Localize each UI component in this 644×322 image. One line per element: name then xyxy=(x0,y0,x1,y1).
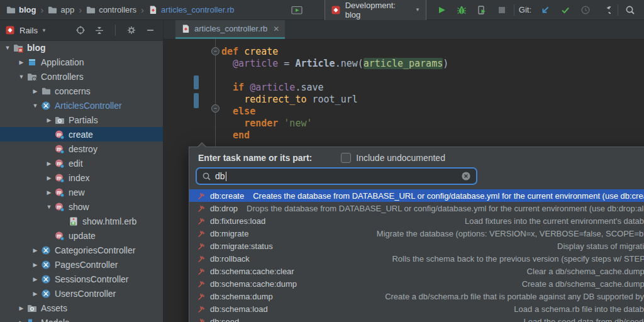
tree-item-label: Partials xyxy=(69,115,98,125)
run-button[interactable] xyxy=(434,3,449,18)
tree-collapsed-arrow-icon[interactable]: ▶ xyxy=(30,276,40,282)
rollback-button[interactable] xyxy=(598,3,613,18)
breadcrumb-chevron-icon: › xyxy=(40,4,43,15)
tree-collapsed-arrow-icon[interactable]: ▶ xyxy=(30,291,40,297)
tree-item-edit[interactable]: ▶medit xyxy=(0,156,163,170)
tab-articles-controller[interactable]: articles_controller.rb ✕ xyxy=(175,20,285,39)
tree-item-sessionscontroller[interactable]: ▶SessionsController xyxy=(0,272,163,286)
tree-collapsed-arrow-icon[interactable]: ▶ xyxy=(16,59,26,65)
tree-item-new[interactable]: ▶mnew xyxy=(0,185,163,199)
tree-collapsed-arrow-icon[interactable]: ▶ xyxy=(16,305,26,311)
tree-item-index[interactable]: ▶mindex xyxy=(0,170,163,185)
change-marker[interactable] xyxy=(194,93,199,108)
tree-expanded-arrow-icon[interactable]: ▼ xyxy=(44,204,54,210)
breadcrumb-chevron-icon: › xyxy=(79,4,82,15)
history-button[interactable] xyxy=(578,3,593,18)
main-toolbar: blog›app›controllers›articles_controller… xyxy=(0,0,644,20)
tree-collapsed-arrow-icon[interactable]: ▶ xyxy=(30,247,40,253)
stop-button[interactable] xyxy=(494,3,509,18)
tree-item-concerns[interactable]: ▶concerns xyxy=(0,84,163,98)
fold-handle[interactable]: − xyxy=(211,104,219,113)
task-description: Drops the database from DATABASE_URL or … xyxy=(247,204,644,213)
tree-item-assets[interactable]: ▶Assets xyxy=(0,301,163,315)
change-marker[interactable] xyxy=(194,75,199,89)
tree-expanded-arrow-icon[interactable]: ▼ xyxy=(3,45,13,51)
breadcrumb-app[interactable]: app xyxy=(48,5,74,14)
breadcrumb-controllers[interactable]: controllers xyxy=(86,5,136,14)
task-row-db-drop[interactable]: db:dropDrops the database from DATABASE_… xyxy=(189,202,644,214)
commit-button[interactable] xyxy=(558,3,573,18)
task-row-db-schema-dump[interactable]: db:schema:dumpCreate a db/schema.rb file… xyxy=(189,290,644,303)
tree-item-create[interactable]: mcreate xyxy=(0,127,163,142)
tree-item-userscontroller[interactable]: ▶UsersController xyxy=(0,286,163,301)
tree-collapsed-arrow-icon[interactable]: ▶ xyxy=(44,160,54,167)
code-line: render 'new' xyxy=(221,118,448,130)
update-project-button[interactable] xyxy=(538,3,553,18)
task-row-db-migrate[interactable]: db:migrateMigrate the database (options:… xyxy=(189,227,644,240)
debug-button[interactable] xyxy=(454,3,469,18)
hide-icon xyxy=(145,25,155,35)
popup-header: Enter task name or its part: Include und… xyxy=(189,147,644,166)
tree-item-show[interactable]: ▼mshow xyxy=(0,199,163,214)
folder-icon xyxy=(48,5,57,14)
fold-handle[interactable]: − xyxy=(211,47,219,55)
task-name: db:migrate:status xyxy=(210,242,273,251)
collapse-all-button[interactable] xyxy=(92,23,107,38)
models-icon xyxy=(27,318,37,322)
tree-item-show-html-erb[interactable]: Rshow.html.erb xyxy=(0,214,163,228)
clear-search-button[interactable] xyxy=(461,171,471,181)
tree-collapsed-arrow-icon[interactable]: ▶ xyxy=(16,319,26,322)
tree-item-models[interactable]: ▶Models xyxy=(0,315,163,322)
tool-window-title[interactable]: Rails xyxy=(19,26,38,35)
include-undocumented-checkbox[interactable]: Include undocumented xyxy=(341,153,445,163)
task-row-db-schema-cache-clear[interactable]: db:schema:cache:clearClear a db/schema_c… xyxy=(189,265,644,277)
tree-collapsed-arrow-icon[interactable]: ▶ xyxy=(44,189,54,196)
tree-collapsed-arrow-icon[interactable]: ▶ xyxy=(30,262,40,268)
tree-item-blog[interactable]: ▼Rblog xyxy=(0,40,163,55)
run-window-button[interactable] xyxy=(289,3,304,18)
tree-expanded-arrow-icon[interactable]: ▼ xyxy=(16,74,26,80)
task-row-db-fixtures-load[interactable]: db:fixtures:loadLoad fixtures into the c… xyxy=(189,214,644,227)
scroll-to-source-button[interactable] xyxy=(73,23,88,38)
search-actions xyxy=(623,3,638,18)
run-with-coverage-button[interactable] xyxy=(474,3,489,18)
rake-icon xyxy=(197,204,206,213)
breadcrumb-articles-controller-rb[interactable]: articles_controller.rb xyxy=(148,5,234,14)
tree-expanded-arrow-icon[interactable]: ▼ xyxy=(30,103,40,109)
tree-item-articlescontroller[interactable]: ▼ArticlesController xyxy=(0,98,163,113)
search-input-value[interactable]: db xyxy=(215,171,225,181)
code-line: else xyxy=(221,106,448,118)
settings-button[interactable] xyxy=(124,23,139,38)
close-icon[interactable]: ✕ xyxy=(273,25,279,33)
breadcrumb-blog[interactable]: blog xyxy=(6,5,36,14)
task-row-db-schema-load[interactable]: db:schema:loadLoad a schema.rb file into… xyxy=(189,303,644,315)
run-configuration-select[interactable]: Development: blog ▼ xyxy=(325,0,426,22)
tree-item-categoriescontroller[interactable]: ▶CategoriesController xyxy=(0,243,163,257)
tree-collapsed-arrow-icon[interactable]: ▶ xyxy=(30,88,40,94)
tree-item-application[interactable]: ▶Application xyxy=(0,55,163,69)
tree-item-controllers[interactable]: ▼Controllers xyxy=(0,69,163,84)
task-row-db-create[interactable]: db:createCreates the database from DATAB… xyxy=(189,189,644,202)
tree-collapsed-arrow-icon[interactable]: ▶ xyxy=(44,117,54,123)
task-row-db-migrate-status[interactable]: db:migrate:statusDisplay status of migra… xyxy=(189,240,644,252)
tree-collapsed-arrow-icon[interactable]: ▶ xyxy=(44,175,54,181)
task-search-field[interactable]: db xyxy=(196,167,477,185)
method-icon: m xyxy=(55,144,65,154)
hide-button[interactable] xyxy=(143,23,158,38)
svg-text:R: R xyxy=(19,48,23,52)
checkbox-box[interactable] xyxy=(341,153,351,163)
task-name: db:rollback xyxy=(210,254,250,264)
tree-item-destroy[interactable]: mdestroy xyxy=(0,142,163,156)
task-row-db-rollback[interactable]: db:rollbackRolls the schema back to the … xyxy=(189,252,644,265)
tree-item-partials[interactable]: ▶Partials xyxy=(0,113,163,127)
task-description: Load fixtures into the current environme… xyxy=(274,216,644,226)
git-actions-group: Git: xyxy=(519,3,613,18)
task-row-db-schema-cache-dump[interactable]: db:schema:cache:dumpCreate a db/schema_c… xyxy=(189,277,644,290)
search-everywhere-button[interactable] xyxy=(623,3,638,18)
tree-item-pagescontroller[interactable]: ▶PagesController xyxy=(0,257,163,272)
tree-item-update[interactable]: mupdate xyxy=(0,228,163,243)
run-window-icon xyxy=(291,5,303,15)
task-description: Creates the database from DATABASE_URL o… xyxy=(253,191,644,201)
task-row-db-seed[interactable]: db:seedLoad the seed data from db/seeds.… xyxy=(189,315,644,322)
code-editor[interactable]: def create @article = Article.new(articl… xyxy=(221,39,448,142)
